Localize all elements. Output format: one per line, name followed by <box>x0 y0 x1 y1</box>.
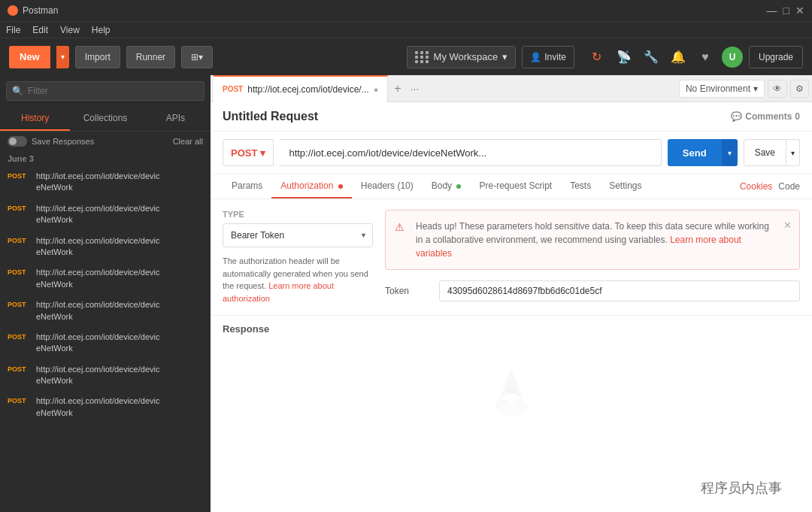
sidebar-item-url: http://iot.ecej.com/iot/device/deviceNet… <box>36 235 159 259</box>
method-badge: POST <box>8 332 32 341</box>
app-title: Postman <box>23 5 58 16</box>
sidebar-items-list: POST http://iot.ecej.com/iot/device/devi… <box>0 166 211 423</box>
sidebar-item-url: http://iot.ecej.com/iot/device/deviceNet… <box>36 171 159 194</box>
clear-all-button[interactable]: Clear all <box>173 137 203 146</box>
invite-button[interactable]: 👤 Invite <box>522 46 574 68</box>
list-item[interactable]: POST http://iot.ecej.com/iot/device/devi… <box>0 295 211 327</box>
new-dropdown-button[interactable]: ▾ <box>56 46 69 68</box>
sidebar-item-url: http://iot.ecej.com/iot/device/deviceNet… <box>36 299 159 323</box>
search-wrapper: 🔍 <box>6 81 205 101</box>
env-chevron-icon: ▾ <box>753 83 758 94</box>
send-button[interactable]: Send <box>668 139 722 166</box>
tab-more-btn[interactable]: ··· <box>408 83 423 95</box>
satellite-icon[interactable]: 📡 <box>614 47 635 68</box>
sub-tab-settings[interactable]: Settings <box>600 174 650 198</box>
warning-close-btn[interactable]: ✕ <box>783 218 792 233</box>
token-input[interactable] <box>439 280 800 301</box>
auth-type-select[interactable]: Bearer Token <box>223 223 373 247</box>
menu-file[interactable]: File <box>6 25 20 35</box>
sync-icon[interactable]: ↻ <box>586 47 607 68</box>
type-select-wrapper: Bearer Token <box>223 223 373 247</box>
type-label: TYPE <box>223 210 373 219</box>
toggle-knob <box>9 138 17 145</box>
toolbar-icon-group: ↻ 📡 🔧 🔔 ♥ U <box>586 47 743 68</box>
minimize-btn[interactable]: — <box>767 5 777 17</box>
search-icon: 🔍 <box>12 86 23 96</box>
send-dropdown-btn[interactable]: ▾ <box>722 139 738 166</box>
method-badge: POST <box>8 364 32 373</box>
send-btn-group: Send ▾ <box>668 139 738 166</box>
sub-tab-params[interactable]: Params <box>223 174 271 198</box>
list-item[interactable]: POST http://iot.ecej.com/iot/device/devi… <box>0 262 211 295</box>
heart-icon[interactable]: ♥ <box>695 47 716 68</box>
method-badge: POST <box>8 395 32 404</box>
menu-view[interactable]: View <box>60 25 80 35</box>
tab-close-btn[interactable]: ● <box>374 85 379 94</box>
request-title: Untitled Request <box>223 110 318 123</box>
list-item[interactable]: POST http://iot.ecej.com/iot/device/devi… <box>0 327 211 359</box>
sidebar-tab-apis[interactable]: APIs <box>141 107 211 131</box>
env-settings-btn[interactable]: ⚙ <box>790 80 809 98</box>
list-item[interactable]: POST http://iot.ecej.com/iot/device/devi… <box>0 231 211 263</box>
invite-label: Invite <box>544 52 566 62</box>
sub-tab-authorization[interactable]: Authorization <box>271 174 351 198</box>
sidebar: 🔍 History Collections APIs Save Response… <box>0 75 211 512</box>
watermark-text: 程序员内点事 <box>701 479 782 497</box>
body-label: Body <box>432 180 452 191</box>
sidebar-tab-collections[interactable]: Collections <box>70 107 140 131</box>
list-item[interactable]: POST http://iot.ecej.com/iot/device/devi… <box>0 198 211 231</box>
user-avatar[interactable]: U <box>722 47 743 68</box>
request-tab-active[interactable]: POST http://iot.ecej.com/iot/device/... … <box>214 75 388 102</box>
menu-edit[interactable]: Edit <box>32 25 48 35</box>
method-badge: POST <box>8 235 32 244</box>
cookies-link[interactable]: Cookies <box>740 181 772 192</box>
window-controls[interactable]: — □ ✕ <box>767 5 804 17</box>
tab-url-label: http://iot.ecej.com/iot/device/... <box>247 84 368 95</box>
workspace-selector[interactable]: My Workspace ▾ <box>407 46 517 68</box>
sub-tab-headers[interactable]: Headers (10) <box>352 174 423 198</box>
method-label: POST <box>231 147 257 159</box>
save-dropdown-btn[interactable]: ▾ <box>786 139 800 166</box>
comments-btn[interactable]: 💬 Comments 0 <box>731 111 800 122</box>
toolbar: New ▾ Import Runner ⊞▾ My Workspace ▾ 👤 … <box>0 38 812 75</box>
workspace-label: My Workspace <box>434 51 498 62</box>
runner-button[interactable]: Runner <box>126 46 175 68</box>
workspace-chevron-icon: ▾ <box>502 51 508 62</box>
menu-help[interactable]: Help <box>92 25 111 35</box>
close-btn[interactable]: ✕ <box>795 5 804 17</box>
toggle-switch[interactable] <box>8 136 27 147</box>
request-title-bar: Untitled Request 💬 Comments 0 <box>211 102 812 132</box>
sub-tab-body[interactable]: Body <box>423 174 471 198</box>
sub-tab-pre-request[interactable]: Pre-request Script <box>470 174 561 198</box>
import-button[interactable]: Import <box>75 46 120 68</box>
app-icon <box>8 5 18 16</box>
sidebar-item-url: http://iot.ecej.com/iot/device/deviceNet… <box>36 203 159 226</box>
auth-section: TYPE Bearer Token The authorization head… <box>211 199 812 315</box>
invite-icon: 👤 <box>530 52 541 62</box>
auth-right-panel: ⚠ Heads up! These parameters hold sensit… <box>385 210 800 304</box>
save-button[interactable]: Save <box>744 139 786 166</box>
wrench-icon[interactable]: 🔧 <box>641 47 662 68</box>
auth-left-panel: TYPE Bearer Token The authorization head… <box>223 210 373 304</box>
list-item[interactable]: POST http://iot.ecej.com/iot/device/devi… <box>0 391 211 423</box>
sidebar-tab-history[interactable]: History <box>0 107 70 131</box>
save-responses-toggle[interactable]: Save Responses <box>8 136 94 147</box>
env-eye-btn[interactable]: 👁 <box>768 80 787 98</box>
sub-tab-tests[interactable]: Tests <box>561 174 600 198</box>
search-input[interactable] <box>6 81 205 101</box>
code-link[interactable]: Code <box>778 181 800 192</box>
notification-icon[interactable]: 🔔 <box>668 47 689 68</box>
warning-icon: ⚠ <box>395 220 404 235</box>
extra-tools-button[interactable]: ⊞▾ <box>181 46 213 68</box>
new-button[interactable]: New <box>9 46 50 68</box>
body-dot <box>456 184 461 189</box>
menu-bar: File Edit View Help <box>0 21 812 38</box>
list-item[interactable]: POST http://iot.ecej.com/iot/device/devi… <box>0 166 211 198</box>
list-item[interactable]: POST http://iot.ecej.com/iot/device/devi… <box>0 359 211 392</box>
method-selector[interactable]: POST ▾ <box>223 139 274 166</box>
url-input[interactable] <box>280 139 661 166</box>
maximize-btn[interactable]: □ <box>783 5 789 17</box>
new-tab-btn[interactable]: + <box>388 82 407 95</box>
upgrade-button[interactable]: Upgrade <box>749 46 803 68</box>
env-dropdown[interactable]: No Environment ▾ <box>679 80 765 98</box>
